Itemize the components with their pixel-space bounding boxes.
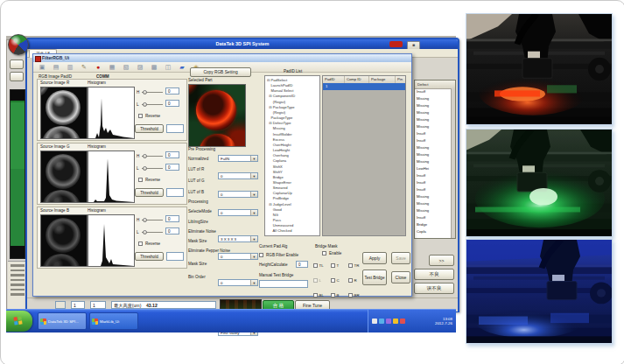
toolbar-icon[interactable]: ✎ xyxy=(79,62,89,73)
taskbar-app-button[interactable]: MarkLib_Ui xyxy=(89,312,138,330)
defect-row[interactable]: Missing xyxy=(415,158,452,165)
close-button[interactable]: Close xyxy=(391,271,410,284)
toolbar-icon[interactable]: ▧ xyxy=(121,62,131,73)
tray-icon[interactable] xyxy=(386,318,391,324)
tray-icon[interactable] xyxy=(400,318,405,324)
test-bridge-button[interactable]: Test Bridge xyxy=(362,270,387,285)
threshold-value-input[interactable] xyxy=(166,124,184,133)
save-button[interactable]: Save xyxy=(391,252,410,264)
tray-icon[interactable] xyxy=(372,318,377,324)
toolbar-icon[interactable]: ◫ xyxy=(163,62,173,73)
checkbox-icon[interactable] xyxy=(331,263,335,268)
bridge-mask-cell[interactable]: B xyxy=(331,288,348,303)
h-slider[interactable] xyxy=(142,216,163,223)
defect-row[interactable]: Missing xyxy=(415,151,452,158)
defect-row[interactable]: Copla xyxy=(415,228,452,235)
l-slider[interactable] xyxy=(142,228,163,235)
checkbox-icon[interactable] xyxy=(348,278,353,283)
bridge-mask-cell[interactable]: BL xyxy=(313,288,331,303)
more-button[interactable]: >> xyxy=(429,255,454,266)
checkbox-icon[interactable] xyxy=(348,293,353,298)
mask-size-dropdown[interactable]: 0 xyxy=(218,279,258,286)
toolbar-icon[interactable]: ▩ xyxy=(149,62,159,73)
defect-row[interactable]: Missing xyxy=(415,193,452,200)
threshold-value-input[interactable] xyxy=(166,188,184,197)
defect-row[interactable]: Bridge xyxy=(415,221,452,228)
col-padid[interactable]: PadID xyxy=(323,76,346,83)
start-button[interactable] xyxy=(6,311,32,332)
l-value-input[interactable]: 0 xyxy=(165,228,179,234)
lib-size-dropdown[interactable]: 0 xyxy=(218,253,258,260)
bridge-mask-cell[interactable]: L xyxy=(313,273,331,288)
h-slider[interactable] xyxy=(142,152,163,159)
copy-rgb-setting-button[interactable]: Copy RGB Setting xyxy=(190,67,251,77)
checkbox-icon[interactable] xyxy=(313,263,318,268)
threshold-button[interactable]: Threshold xyxy=(135,124,164,133)
pad-list-table[interactable]: PadID Comp ID Package Pin 1 xyxy=(322,75,406,236)
l-value-input[interactable]: 0 xyxy=(165,100,179,107)
pad-list-selected-row[interactable]: 1 xyxy=(323,83,405,90)
toolbar-icon[interactable]: ▨ xyxy=(135,62,145,73)
lut-r-dropdown[interactable]: 0 xyxy=(218,172,258,179)
checkbox-icon[interactable] xyxy=(313,293,318,298)
col-comp-id[interactable]: Comp ID xyxy=(344,76,371,83)
checkbox-icon[interactable] xyxy=(348,263,353,268)
threshold-value-input[interactable] xyxy=(166,252,184,261)
defect-row[interactable]: Missing xyxy=(415,123,452,130)
tray-icon[interactable] xyxy=(393,318,398,324)
defect-row[interactable]: Insuff xyxy=(415,186,452,193)
checkbox-icon[interactable] xyxy=(331,293,335,298)
toolbar-icon[interactable]: ▥ xyxy=(65,62,75,73)
reverse-checkbox[interactable] xyxy=(138,178,143,182)
defect-row[interactable]: Insuff xyxy=(415,130,452,137)
rgb-filter-enable-checkbox[interactable] xyxy=(259,253,263,257)
toolbar-icon[interactable]: ▰ xyxy=(177,62,187,73)
defect-row[interactable]: Insuff xyxy=(415,172,452,179)
defect-row[interactable]: Missing xyxy=(415,200,452,207)
bridge-mask-cell[interactable]: T xyxy=(331,258,348,273)
threshold-button[interactable]: Threshold xyxy=(135,252,164,261)
pad-select-tree[interactable]: ⊟ PadSelect LaunchPadID Manual Select ⊟ … xyxy=(264,75,320,236)
status-field-2[interactable]: 1 xyxy=(90,301,106,309)
defect-row[interactable]: Missing xyxy=(415,109,452,116)
defect-row[interactable]: Insuff xyxy=(415,214,452,221)
apply-button[interactable]: Apply xyxy=(362,252,387,264)
tree-item[interactable]: All Checked xyxy=(267,228,319,234)
defect-row[interactable]: Insuff xyxy=(415,137,452,144)
defect-row[interactable]: Missing xyxy=(415,102,452,109)
defect-row[interactable]: Insuff xyxy=(415,179,452,186)
defect-row[interactable]: Missing xyxy=(415,207,452,214)
toolbar-icon[interactable]: ● xyxy=(93,62,103,73)
checkbox-icon[interactable] xyxy=(313,278,318,283)
lut-b-dropdown[interactable]: 0 xyxy=(218,209,258,216)
toolbar-icon[interactable]: ▦ xyxy=(107,62,117,73)
toolbar-icon[interactable]: ▣ xyxy=(37,62,47,73)
bridge-enable-checkbox[interactable] xyxy=(322,251,326,256)
reverse-checkbox[interactable] xyxy=(138,242,143,246)
h-value-input[interactable]: 0 xyxy=(165,151,179,158)
threshold-button[interactable]: Threshold xyxy=(135,188,164,197)
defect-row[interactable]: Missing xyxy=(415,144,452,151)
back-toolbar-button[interactable] xyxy=(10,72,24,81)
taskbar-app-button[interactable]: DataTek 3D SPI... xyxy=(38,312,87,330)
bridge-mask-cell[interactable]: TL xyxy=(313,258,331,273)
checkbox-icon[interactable] xyxy=(331,278,335,283)
defect-row[interactable]: Missing xyxy=(415,116,452,123)
h-value-input[interactable]: 0 xyxy=(165,88,179,94)
defect-row[interactable]: LowHei xyxy=(415,165,452,172)
defect-row[interactable]: Missing xyxy=(415,95,452,102)
l-slider[interactable] xyxy=(142,101,163,108)
lut-g-dropdown[interactable]: 0 xyxy=(218,191,258,198)
back-toolbar-button[interactable] xyxy=(10,60,24,69)
h-value-input[interactable]: 0 xyxy=(165,215,179,222)
height-calc-input[interactable]: 0 xyxy=(296,261,308,268)
false-ng-button[interactable]: 误不良 xyxy=(414,283,454,294)
col-package[interactable]: Package xyxy=(368,76,397,83)
select-mode-dropdown[interactable]: 3 X 3 X 3 xyxy=(218,235,258,242)
manual-test-bridge-input[interactable] xyxy=(259,280,308,288)
reverse-checkbox[interactable] xyxy=(138,114,143,118)
defect-row[interactable]: Insuff xyxy=(415,88,452,95)
h-slider[interactable] xyxy=(142,88,163,95)
l-value-input[interactable]: 0 xyxy=(165,164,179,171)
tray-icon[interactable] xyxy=(379,318,384,324)
